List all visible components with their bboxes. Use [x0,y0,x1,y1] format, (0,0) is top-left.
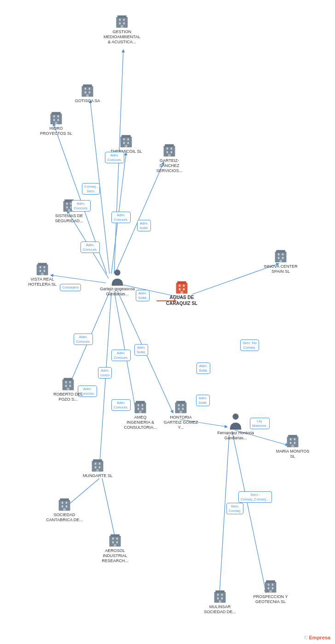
svg-rect-114 [60,499,69,501]
badge-adm-unico[interactable]: Adm.Unico [98,367,112,379]
node-hontoria: HONTORIA GARTEIZ GOMEZ Y... [162,399,199,430]
svg-rect-95 [142,404,144,406]
node-vista-real: VISTA REAL HOTELERA SL [24,261,61,287]
fernandez-label: Fernandez Hontoria Gandarias... [217,431,254,441]
node-gotisca: GOTISCA SA [75,83,100,104]
svg-line-11 [99,292,111,468]
svg-rect-75 [44,270,46,272]
sistemas-label: SISTEMAS DE SEGURIDAD... [51,213,87,224]
svg-rect-148 [269,590,271,592]
roberto-icon [61,376,75,391]
sociedad-icon [57,497,72,512]
svg-rect-125 [116,541,118,543]
sociedad-label: SOCIEDAD CANTABRICA DE... [46,512,83,523]
svg-rect-103 [178,408,180,410]
svg-rect-32 [119,23,121,24]
svg-rect-67 [66,207,68,208]
badge-adm-solid-right[interactable]: Adm.Solid. [196,362,210,374]
svg-rect-36 [83,85,92,87]
svg-rect-30 [119,19,121,21]
svg-rect-57 [165,144,174,147]
node-ameq: AMEQ INGENIERIA & CONSULTORIA... [122,399,159,430]
svg-rect-109 [99,463,101,465]
badge-liq-mancom[interactable]: Liq.Mancom. [250,418,270,429]
badge-adm-solid[interactable]: Adm.Solid. [137,220,151,231]
svg-rect-131 [294,438,296,440]
mungarte-icon [90,458,105,472]
badge-adm-concurs-lower3[interactable]: Adm.Concurs. [111,350,131,361]
svg-rect-143 [266,581,275,583]
svg-rect-147 [272,587,274,589]
svg-rect-34 [121,25,123,28]
svg-rect-47 [58,119,59,121]
svg-rect-126 [114,544,116,546]
gotisca-icon [80,83,95,98]
svg-rect-96 [138,408,139,410]
svg-rect-29 [117,16,127,18]
svg-rect-124 [112,541,114,543]
diagram-container: AGUAS DE CARAQUIZ SL Adm.Solid. GESTION … [0,0,335,644]
svg-rect-107 [93,460,103,462]
svg-rect-20 [177,282,186,284]
badge-adm-concurs-sistemas[interactable]: Adm.Concurs. [71,200,91,212]
node-gestion: GESTION MEDIOAMBIENTAL & ACUSTICA... [104,14,140,44]
mulinsar-label: MULINSAR SOCIEDAD DE... [202,604,238,615]
svg-point-127 [232,414,238,420]
badge-thermicoil[interactable]: Adm.Concurs. [105,152,124,163]
svg-rect-89 [65,385,67,387]
svg-line-17 [219,435,229,602]
node-maria: MARIA MONITOS SL [274,433,311,459]
innova-label: INNOVA CENTER SPAIN SL [262,264,299,274]
prospeccion-label: PROSPECCION Y GEOTECNIA SL [252,594,289,604]
svg-rect-123 [116,538,118,540]
svg-rect-78 [276,250,285,253]
svg-rect-112 [97,469,99,472]
svg-rect-33 [123,23,125,24]
node-prospeccion: PROSPECCION Y GEOTECNIA SL [252,579,289,604]
svg-rect-59 [171,148,173,150]
svg-rect-61 [171,151,173,153]
badge-adm-concurs-lower[interactable]: Adm.Concurs. [81,242,100,253]
svg-rect-100 [176,401,185,403]
vista-real-icon [35,261,50,276]
badge-adm-solid-center[interactable]: Adm.Solid. [136,290,150,301]
mulinsar-icon [213,589,227,604]
garteiz-person-icon [110,269,124,286]
svg-rect-53 [123,142,125,144]
mungarte-label: MUNGARTE SL [83,473,113,478]
badge-secr-consej[interactable]: Secr.,Consej.,Consej.... [238,491,272,503]
svg-rect-121 [110,535,120,537]
svg-rect-41 [87,94,89,97]
badge-consejero[interactable]: Consejero [60,284,81,291]
center-building-icon [174,280,189,294]
fernandez-person-icon [229,413,243,430]
badge-consej-secr[interactable]: Consej.,Secr. [82,183,100,195]
gestion-label: GESTION MEDIOAMBIENTAL & ACUSTICA... [104,29,140,44]
garteiz-sanchez-icon [162,143,177,157]
svg-rect-110 [95,466,97,468]
vista-real-label: VISTA REAL HOTELERA SL [24,277,61,287]
badge-secr-consej2[interactable]: Secr.Consej. [226,503,243,514]
node-aerosol: AEROSOL INDUSTRIAL RESEARCH... [97,533,133,563]
roberto-label: ROBERTO DEL POZO S... [50,392,87,402]
node-roberto: ROBERTO DEL POZO S... [50,376,87,402]
garteiz-person-label: Garteiz-gogeascoa Gandarias... [99,287,136,297]
node-garteiz-sanchez: GARTEIZ-SANCHEZ SERVICIOS... [151,143,188,173]
svg-rect-37 [85,88,87,90]
svg-rect-141 [219,600,221,603]
badge-adm-solid-lower[interactable]: Adm.Solid. [134,344,148,356]
svg-rect-115 [62,502,64,504]
badge-adm-concurs-lower2[interactable]: Adm.Concurs. [74,334,93,345]
svg-rect-118 [66,506,68,507]
badge-adm-concurs2[interactable]: Adm.Concurs. [111,212,131,223]
svg-rect-69 [68,209,70,212]
svg-rect-24 [183,288,185,290]
ameq-label: AMEQ INGENIERIA & CONSULTORIA... [122,415,159,430]
svg-rect-76 [41,273,43,275]
svg-rect-38 [89,88,91,90]
svg-rect-82 [282,257,284,259]
badge-secr-no-consej[interactable]: Secr. NoConsej. [240,339,259,351]
badge-adm-solid-hontoria[interactable]: Adm.Solid. [196,395,210,406]
arrow-to-center [156,297,177,305]
maria-label: MARIA MONITOS SL [274,449,311,459]
